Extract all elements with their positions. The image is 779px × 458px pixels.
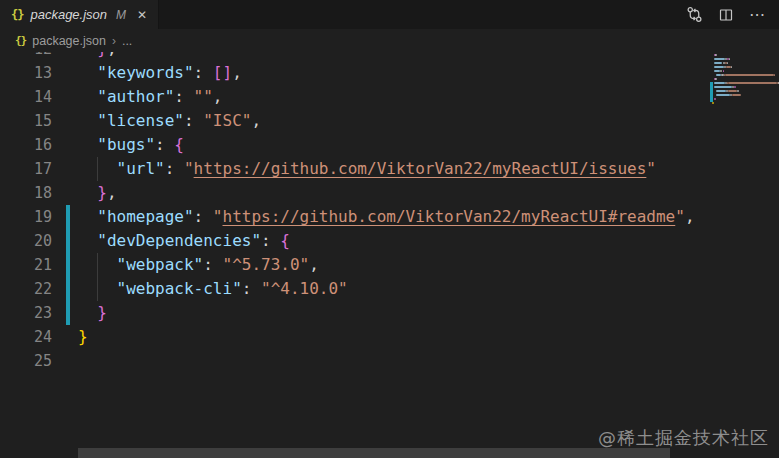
code-line[interactable]: 21 "webpack": "^5.73.0", [0,253,710,277]
gutter: 16 [0,133,78,157]
tabbar-spacer [159,0,686,29]
code-line[interactable]: 12 }, [0,52,710,61]
code-line[interactable]: 25 [0,349,710,373]
line-number: 18 [0,181,52,205]
git-modified-gutter-marker [66,229,70,253]
gutter: 22 [0,277,78,301]
code-line[interactable]: 16 "bugs": { [0,133,710,157]
code-text: } [78,325,710,349]
tab-package-json[interactable]: {} package.json M ✕ [0,0,159,29]
chevron-right-icon: › [112,34,116,48]
horizontal-scrollbar[interactable] [78,448,670,458]
minimap[interactable] [710,52,779,458]
gutter: 23 [0,301,78,325]
tab-label: package.json [30,7,107,22]
code-text: "bugs": { [78,133,710,157]
editor[interactable]: 12 },13 "keywords": [],14 "author": "",1… [0,52,779,458]
json-file-icon: {} [11,8,23,22]
line-number: 22 [0,277,52,301]
gutter: 14 [0,85,78,109]
breadcrumb: {} package.json › ... [0,29,779,52]
line-number: 24 [0,325,52,349]
json-file-icon: {} [15,34,26,47]
gutter: 20 [0,229,78,253]
gutter: 21 [0,253,78,277]
code-text: "homepage": "https://github.com/ViktorVa… [78,205,710,229]
line-number: 20 [0,229,52,253]
gutter: 18 [0,181,78,205]
line-number: 16 [0,133,52,157]
code-line[interactable]: 20 "devDependencies": { [0,229,710,253]
line-number: 15 [0,109,52,133]
indent-guide [97,253,98,277]
open-changes-icon[interactable] [686,6,703,23]
code-line[interactable]: 14 "author": "", [0,85,710,109]
git-modified-gutter-marker [66,277,70,301]
breadcrumb-file[interactable]: package.json [32,34,106,48]
code-line[interactable]: 23 } [0,301,710,325]
code-text: "devDependencies": { [78,229,710,253]
line-number: 23 [0,301,52,325]
code-text: "webpack": "^5.73.0", [78,253,710,277]
gutter: 17 [0,157,78,181]
code-line[interactable]: 15 "license": "ISC", [0,109,710,133]
git-modified-gutter-marker [66,253,70,277]
minimap-modified-marker [710,82,713,102]
gutter: 13 [0,61,78,85]
code-line[interactable]: 22 "webpack-cli": "^4.10.0" [0,277,710,301]
code-text [78,349,710,373]
code-line[interactable]: 19 "homepage": "https://github.com/Vikto… [0,205,710,229]
breadcrumb-ellipsis[interactable]: ... [122,34,132,48]
gutter: 12 [0,52,78,61]
git-modified-gutter-marker [66,301,70,325]
line-number: 14 [0,85,52,109]
code-text: }, [78,52,710,61]
line-number: 21 [0,253,52,277]
watermark-text: @稀土掘金技术社区 [598,426,769,450]
tab-close-icon[interactable]: ✕ [137,8,147,22]
code-text: "author": "", [78,85,710,109]
gutter: 15 [0,109,78,133]
vscode-window: {} package.json M ✕ [0,0,779,458]
code-text: "keywords": [], [78,61,710,85]
gutter: 24 [0,325,78,349]
code-line[interactable]: 24} [0,325,710,349]
git-modified-gutter-marker [66,205,70,229]
code-text: }, [78,181,710,205]
code-line[interactable]: 18 }, [0,181,710,205]
code-text: "url": "https://github.com/ViktorVan22/m… [78,157,710,181]
line-number: 13 [0,61,52,85]
editor-actions: ⋯ [686,0,779,29]
code-text: "license": "ISC", [78,109,710,133]
code-line[interactable]: 17 "url": "https://github.com/ViktorVan2… [0,157,710,181]
gutter: 25 [0,349,78,373]
git-modified-badge: M [116,8,126,22]
line-number: 17 [0,157,52,181]
code-text: } [78,301,710,325]
line-number: 12 [0,52,52,61]
code-lines: 12 },13 "keywords": [],14 "author": "",1… [0,52,710,373]
indent-guide [97,277,98,301]
line-number: 19 [0,205,52,229]
code-line[interactable]: 13 "keywords": [], [0,61,710,85]
code-text: "webpack-cli": "^4.10.0" [78,277,710,301]
more-actions-icon[interactable]: ⋯ [749,7,765,23]
tab-bar: {} package.json M ✕ [0,0,779,29]
gutter: 19 [0,205,78,229]
indent-guide [97,157,98,181]
line-number: 25 [0,349,52,373]
split-editor-icon[interactable] [718,7,734,23]
